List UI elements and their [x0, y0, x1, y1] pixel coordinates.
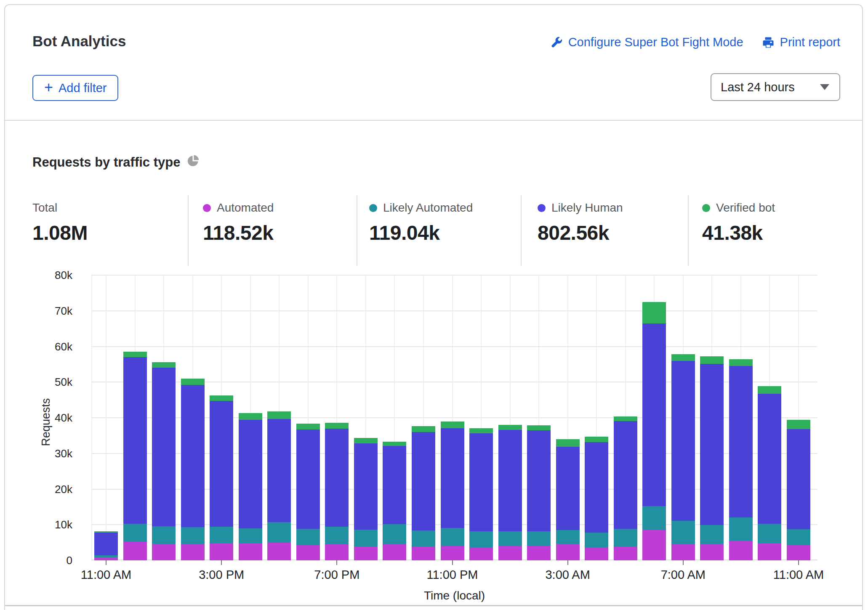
- time-range-dropdown[interactable]: Last 24 hours: [711, 73, 840, 101]
- bar-segment-likely-human[interactable]: [642, 324, 666, 506]
- bar-segment-verified-bot[interactable]: [412, 426, 435, 432]
- bar-segment-automated[interactable]: [469, 548, 493, 561]
- bar-segment-likely-human[interactable]: [354, 443, 378, 530]
- bar-segment-likely-human[interactable]: [469, 433, 493, 531]
- bar-segment-likely-automated[interactable]: [441, 528, 464, 546]
- bar-segment-verified-bot[interactable]: [671, 354, 695, 361]
- bar-segment-likely-automated[interactable]: [729, 517, 753, 541]
- bar-segment-verified-bot[interactable]: [267, 411, 291, 419]
- bar-segment-verified-bot[interactable]: [152, 362, 176, 368]
- add-filter-button[interactable]: + Add filter: [32, 75, 118, 101]
- bar-segment-likely-human[interactable]: [527, 430, 551, 531]
- bar-segment-automated[interactable]: [671, 544, 695, 560]
- bar-segment-verified-bot[interactable]: [296, 424, 320, 430]
- bar-segment-automated[interactable]: [412, 547, 435, 560]
- bar-segment-automated[interactable]: [527, 546, 551, 560]
- bar-segment-automated[interactable]: [556, 544, 580, 560]
- bar-segment-verified-bot[interactable]: [758, 386, 781, 394]
- bar-segment-verified-bot[interactable]: [181, 379, 205, 385]
- bar-segment-verified-bot[interactable]: [469, 428, 493, 433]
- bar-segment-likely-human[interactable]: [296, 430, 320, 529]
- bar-segment-likely-automated[interactable]: [354, 530, 378, 546]
- bar-segment-likely-human[interactable]: [123, 357, 147, 524]
- bar-segment-likely-automated[interactable]: [498, 531, 522, 546]
- bar-segment-automated[interactable]: [498, 546, 522, 560]
- bar-segment-likely-automated[interactable]: [412, 530, 435, 547]
- bar-segment-likely-human[interactable]: [181, 385, 205, 527]
- bar-segment-likely-human[interactable]: [729, 366, 753, 517]
- bar-segment-automated[interactable]: [210, 543, 233, 560]
- bar-segment-likely-automated[interactable]: [383, 524, 406, 544]
- bar-segment-likely-automated[interactable]: [585, 533, 608, 548]
- bar-segment-verified-bot[interactable]: [123, 352, 147, 357]
- bar-segment-automated[interactable]: [325, 544, 349, 560]
- bar-segment-verified-bot[interactable]: [787, 420, 810, 429]
- bar-segment-verified-bot[interactable]: [383, 442, 406, 446]
- bar-segment-automated[interactable]: [239, 544, 262, 560]
- configure-super-bot-fight-mode-link[interactable]: Configure Super Bot Fight Mode: [550, 35, 743, 49]
- bar-segment-verified-bot[interactable]: [642, 302, 666, 324]
- bar-segment-automated[interactable]: [729, 541, 753, 560]
- bar-segment-likely-automated[interactable]: [210, 527, 233, 544]
- stat-likely-human[interactable]: Likely Human 802.56k: [538, 201, 623, 244]
- bar-segment-automated[interactable]: [94, 557, 118, 560]
- bar-segment-likely-human[interactable]: [614, 421, 637, 529]
- bar-segment-likely-automated[interactable]: [325, 527, 349, 544]
- bar-segment-verified-bot[interactable]: [325, 423, 349, 429]
- bar-segment-verified-bot[interactable]: [441, 422, 464, 428]
- bar-segment-verified-bot[interactable]: [700, 356, 724, 364]
- print-report-link[interactable]: Print report: [762, 35, 840, 49]
- bar-segment-likely-automated[interactable]: [152, 526, 176, 544]
- bar-segment-verified-bot[interactable]: [527, 425, 551, 430]
- bar-segment-automated[interactable]: [383, 544, 406, 560]
- bar-segment-automated[interactable]: [614, 547, 637, 560]
- bar-segment-verified-bot[interactable]: [498, 425, 522, 430]
- bar-segment-likely-automated[interactable]: [758, 524, 781, 544]
- bar-segment-likely-automated[interactable]: [181, 527, 205, 544]
- bar-segment-automated[interactable]: [123, 542, 147, 560]
- bar-segment-verified-bot[interactable]: [556, 439, 580, 447]
- bar-segment-likely-human[interactable]: [556, 447, 580, 530]
- bar-segment-likely-human[interactable]: [94, 533, 118, 555]
- bar-segment-verified-bot[interactable]: [210, 395, 233, 401]
- bar-segment-automated[interactable]: [181, 544, 205, 560]
- bar-segment-likely-automated[interactable]: [787, 529, 810, 544]
- bar-segment-likely-human[interactable]: [412, 432, 435, 530]
- bar-segment-likely-human[interactable]: [239, 420, 262, 528]
- bar-segment-likely-automated[interactable]: [671, 521, 695, 544]
- stat-likely-automated[interactable]: Likely Automated 119.04k: [369, 201, 473, 244]
- bar-segment-likely-human[interactable]: [152, 368, 176, 526]
- stat-verified-bot[interactable]: Verified bot 41.38k: [702, 201, 775, 244]
- bar-segment-likely-automated[interactable]: [642, 506, 666, 530]
- bar-segment-likely-human[interactable]: [700, 364, 724, 525]
- bar-segment-automated[interactable]: [267, 543, 291, 560]
- bar-segment-likely-automated[interactable]: [469, 531, 493, 547]
- bar-segment-automated[interactable]: [787, 545, 810, 560]
- bar-segment-likely-automated[interactable]: [267, 522, 291, 543]
- bar-segment-likely-human[interactable]: [787, 429, 810, 529]
- bar-segment-likely-human[interactable]: [498, 430, 522, 531]
- bar-segment-likely-automated[interactable]: [123, 524, 147, 542]
- bar-segment-likely-automated[interactable]: [700, 525, 724, 544]
- bar-segment-verified-bot[interactable]: [614, 416, 637, 422]
- bar-segment-likely-automated[interactable]: [296, 529, 320, 545]
- bar-segment-verified-bot[interactable]: [239, 413, 262, 420]
- bar-segment-likely-automated[interactable]: [94, 555, 118, 557]
- bar-segment-automated[interactable]: [585, 548, 608, 561]
- bar-segment-likely-human[interactable]: [325, 429, 349, 527]
- bar-segment-likely-human[interactable]: [441, 428, 464, 528]
- bar-segment-likely-human[interactable]: [267, 419, 291, 522]
- stat-automated[interactable]: Automated 118.52k: [203, 201, 274, 244]
- bar-segment-verified-bot[interactable]: [729, 359, 753, 366]
- bar-segment-automated[interactable]: [441, 546, 464, 560]
- bar-segment-automated[interactable]: [700, 544, 724, 560]
- bar-segment-likely-human[interactable]: [671, 361, 695, 521]
- bar-segment-likely-human[interactable]: [758, 394, 781, 523]
- bar-segment-verified-bot[interactable]: [354, 438, 378, 443]
- bar-segment-automated[interactable]: [758, 544, 781, 560]
- bar-segment-automated[interactable]: [296, 545, 320, 560]
- bar-segment-automated[interactable]: [152, 544, 176, 560]
- bar-segment-verified-bot[interactable]: [94, 531, 118, 533]
- bar-segment-likely-human[interactable]: [585, 442, 608, 533]
- bar-segment-likely-automated[interactable]: [527, 531, 551, 546]
